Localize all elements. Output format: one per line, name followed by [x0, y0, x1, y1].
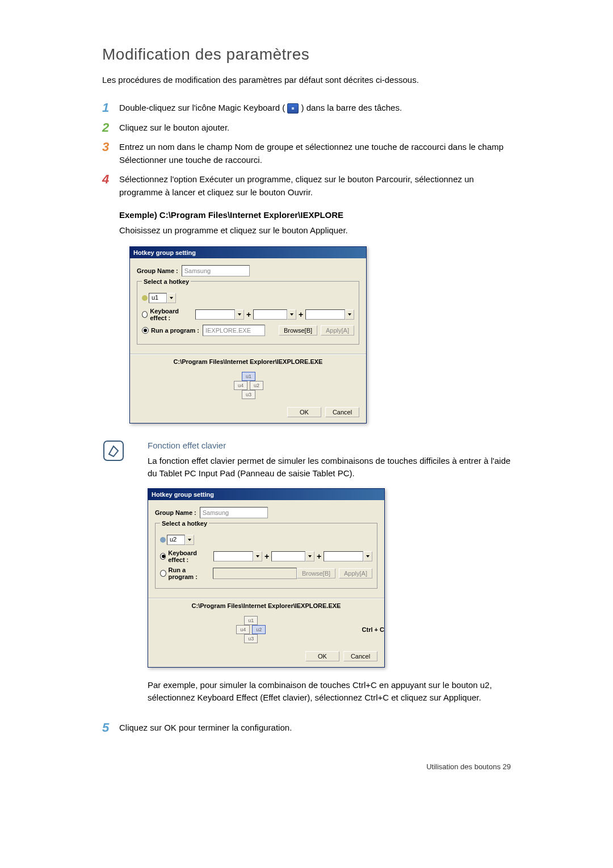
run-program-label: Run a program : — [169, 567, 209, 580]
ke-combo-1[interactable] — [195, 309, 244, 320]
page: Modification des paramètres Les procédur… — [51, 0, 562, 805]
run-program-label: Run a program : — [151, 327, 199, 334]
group-name-input[interactable] — [182, 265, 250, 276]
chevron-down-icon[interactable] — [235, 309, 244, 320]
note-title: Fonction effet clavier — [148, 439, 511, 452]
diamond-u4: u4 — [236, 625, 250, 634]
browse-button: Browse[B] — [297, 568, 335, 578]
disc-icon — [160, 537, 166, 543]
plus-icon: + — [264, 552, 269, 561]
note-after-text: Par exemple, pour simuler la combinaison… — [148, 679, 511, 705]
plus-icon: + — [317, 552, 321, 561]
ke-combo-2[interactable] — [253, 309, 296, 320]
keyboard-effect-radio[interactable] — [160, 553, 166, 560]
select-hotkey-legend: Select a hotkey — [160, 520, 209, 527]
keyboard-effect-radio[interactable] — [142, 311, 148, 318]
diamond-u4: u4 — [234, 381, 247, 390]
ke-combo-2[interactable] — [271, 551, 314, 561]
step-number: 1 — [102, 102, 119, 114]
note-block: Fonction effet clavier La fonction effet… — [102, 439, 511, 480]
dialog-titlebar: Hotkey group setting — [130, 247, 366, 258]
hotkey-combo[interactable]: u1 — [149, 293, 176, 303]
group-name-label: Group Name : — [137, 267, 178, 274]
step-list: 1 Double-cliquez sur l'icône Magic Keybo… — [102, 102, 511, 199]
dialog-titlebar: Hotkey group setting — [148, 489, 384, 500]
apply-button: Apply[A] — [339, 568, 372, 578]
hotkey-dialog-1: Hotkey group setting Group Name : Select… — [129, 246, 367, 423]
hotkey-dialog-2: Hotkey group setting Group Name : Select… — [148, 488, 385, 668]
hotkey-diamond: u1 u2 u3 u4 — [236, 616, 264, 644]
diamond-u3: u3 — [244, 634, 258, 643]
step-2: 2 Cliquez sur le bouton ajouter. — [102, 121, 511, 135]
example-subtext: Choisissez un programme et cliquez sur l… — [119, 225, 511, 235]
plus-icon: + — [246, 310, 251, 319]
step-text: Entrez un nom dans le champ Nom de group… — [119, 141, 511, 166]
chevron-down-icon[interactable] — [305, 551, 314, 561]
intro-text: Les procédures de modification des param… — [102, 75, 511, 85]
run-program-input[interactable] — [203, 325, 265, 336]
run-program-radio[interactable] — [142, 327, 149, 334]
step-text: Sélectionnez l'option Exécuter un progra… — [119, 173, 511, 199]
note-body-text: La fonction effet clavier permet de simu… — [148, 455, 511, 480]
step-5: 5 Cliquez sur OK pour terminer la config… — [102, 722, 511, 735]
step-number: 4 — [102, 173, 119, 186]
diamond-u1: u1 — [244, 616, 258, 625]
diamond-u2: u2 — [250, 381, 263, 390]
ok-button[interactable]: OK — [305, 651, 339, 661]
step-1: 1 Double-cliquez sur l'icône Magic Keybo… — [102, 102, 511, 115]
group-name-input[interactable] — [200, 507, 268, 518]
chevron-down-icon[interactable] — [287, 309, 296, 320]
cancel-button[interactable]: Cancel — [325, 407, 359, 417]
ke-combo-3[interactable] — [305, 309, 354, 320]
wrench-icon — [142, 295, 148, 301]
select-hotkey-legend: Select a hotkey — [142, 278, 191, 285]
step-number: 3 — [102, 141, 119, 153]
keyboard-effect-label: Keyboard effect : — [150, 308, 192, 321]
hotkey-diamond: u1 u2 u3 u4 — [234, 372, 262, 400]
note-icon — [102, 439, 125, 462]
hotkey-combo[interactable]: u2 — [167, 535, 194, 545]
page-footer: Utilisation des boutons 29 — [102, 762, 511, 771]
group-name-label: Group Name : — [155, 509, 196, 516]
diamond-u1: u1 — [242, 372, 255, 381]
run-program-input — [213, 568, 297, 579]
svg-rect-0 — [104, 441, 123, 460]
ke-combo-1[interactable] — [213, 551, 262, 561]
page-title: Modification des paramètres — [102, 45, 511, 64]
keyboard-effect-label: Keyboard effect : — [168, 550, 210, 563]
step-number: 2 — [102, 121, 119, 134]
diamond-u2: u2 — [252, 625, 266, 634]
step-4: 4 Sélectionnez l'option Exécuter un prog… — [102, 173, 511, 199]
step-3: 3 Entrez un nom dans le champ Nom de gro… — [102, 141, 511, 166]
plus-icon: + — [299, 310, 303, 319]
chevron-down-icon[interactable] — [345, 309, 354, 320]
chevron-down-icon[interactable] — [363, 551, 372, 561]
path-display: C:\Program Files\Internet Explorer\IEXPL… — [130, 355, 366, 368]
path-display: C:\Program Files\Internet Explorer\IEXPL… — [148, 599, 384, 613]
chevron-down-icon[interactable] — [253, 551, 262, 561]
step-number: 5 — [102, 722, 119, 734]
step-text: Double-cliquez sur l'icône Magic Keyboar… — [119, 102, 511, 115]
example-heading: Exemple) C:\Program Files\Internet Explo… — [119, 210, 511, 220]
magic-keyboard-icon — [287, 103, 299, 114]
cancel-button[interactable]: Cancel — [343, 651, 377, 661]
apply-button[interactable]: Apply[A] — [321, 325, 354, 336]
run-program-radio[interactable] — [160, 570, 166, 577]
diamond-shortcut-label: Ctrl + C — [362, 626, 384, 633]
step-text: Cliquez sur le bouton ajouter. — [119, 121, 511, 135]
browse-button[interactable]: Browse[B] — [279, 325, 317, 336]
step-text: Cliquez sur OK pour terminer la configur… — [119, 722, 511, 735]
ke-combo-3[interactable] — [324, 551, 372, 561]
ok-button[interactable]: OK — [287, 407, 321, 417]
chevron-down-icon[interactable] — [167, 293, 176, 303]
diamond-u3: u3 — [242, 390, 255, 399]
chevron-down-icon[interactable] — [185, 535, 194, 545]
